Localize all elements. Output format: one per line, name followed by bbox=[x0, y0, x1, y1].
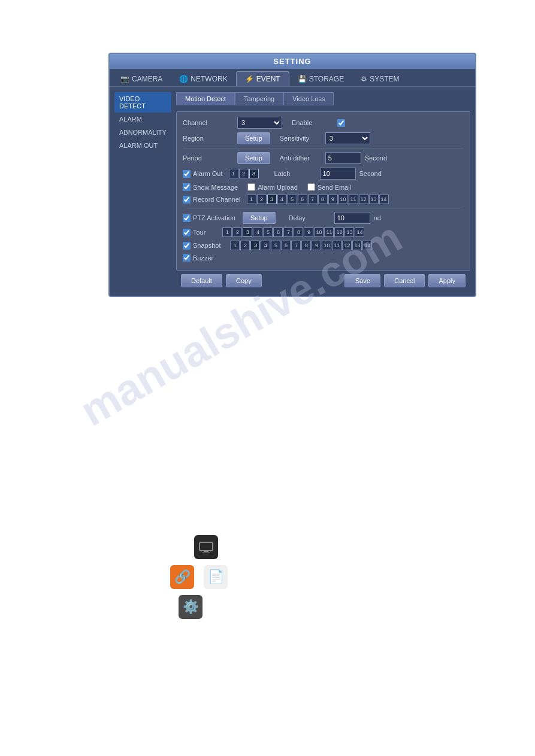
tab-system[interactable]: ⚙ SYSTEM bbox=[352, 71, 407, 86]
ptz-activation-checkbox[interactable] bbox=[183, 214, 191, 222]
rec-ch-4[interactable]: 4 bbox=[277, 195, 287, 204]
tour-ch-4[interactable]: 4 bbox=[253, 227, 262, 237]
tour-ch-5[interactable]: 5 bbox=[263, 227, 273, 237]
tour-checkbox[interactable] bbox=[183, 229, 191, 236]
alarm-ch-2[interactable]: 2 bbox=[239, 169, 249, 178]
rec-ch-5[interactable]: 5 bbox=[288, 195, 297, 204]
delay-unit: nd bbox=[374, 214, 381, 221]
message-row: Show Message Alarm Upload Send Email bbox=[183, 183, 464, 191]
send-email-checkbox[interactable] bbox=[307, 183, 315, 191]
snap-ch-5[interactable]: 5 bbox=[271, 241, 280, 250]
snap-ch-13[interactable]: 13 bbox=[352, 241, 362, 250]
rec-ch-1[interactable]: 1 bbox=[247, 195, 256, 204]
tour-ch-12[interactable]: 12 bbox=[334, 227, 344, 237]
alarm-ch-3[interactable]: 3 bbox=[249, 169, 259, 178]
rec-ch-10[interactable]: 10 bbox=[338, 195, 348, 204]
tour-ch-7[interactable]: 7 bbox=[283, 227, 293, 237]
rec-ch-2[interactable]: 2 bbox=[257, 195, 267, 204]
copy-button[interactable]: Copy bbox=[226, 274, 262, 287]
save-button[interactable]: Save bbox=[344, 274, 380, 287]
rec-ch-7[interactable]: 7 bbox=[308, 195, 318, 204]
snap-ch-8[interactable]: 8 bbox=[301, 241, 311, 250]
ptz-activation-label: PTZ Activation bbox=[183, 214, 235, 222]
rec-ch-3[interactable]: 3 bbox=[267, 195, 277, 204]
rec-ch-14[interactable]: 14 bbox=[379, 195, 389, 204]
tour-ch-10[interactable]: 10 bbox=[314, 227, 324, 237]
channel-select[interactable]: 3 bbox=[237, 117, 282, 129]
rec-ch-12[interactable]: 12 bbox=[359, 195, 368, 204]
main-panel: SETTING 📷 CAMERA 🌐 NETWORK ⚡ EVENT 💾 STO… bbox=[108, 53, 476, 297]
tab-event[interactable]: ⚡ EVENT bbox=[236, 71, 289, 86]
snap-ch-1[interactable]: 1 bbox=[230, 241, 240, 250]
subtab-tampering[interactable]: Tampering bbox=[235, 92, 283, 105]
subtab-video-loss[interactable]: Video Loss bbox=[283, 92, 334, 105]
tour-ch-13[interactable]: 13 bbox=[344, 227, 354, 237]
snap-ch-11[interactable]: 11 bbox=[332, 241, 341, 250]
rec-ch-13[interactable]: 13 bbox=[369, 195, 379, 204]
tour-ch-9[interactable]: 9 bbox=[304, 227, 313, 237]
document-icon: 📄 bbox=[208, 569, 224, 585]
latch-input[interactable] bbox=[320, 168, 356, 180]
form-section: Channel 3 Enable Region Setup Sensitivit… bbox=[176, 111, 470, 271]
enable-checkbox[interactable] bbox=[337, 119, 345, 127]
snap-ch-3[interactable]: 3 bbox=[250, 241, 260, 250]
rec-ch-6[interactable]: 6 bbox=[298, 195, 307, 204]
tour-ch-11[interactable]: 11 bbox=[324, 227, 334, 237]
ptz-setup-button[interactable]: Setup bbox=[243, 212, 276, 224]
rec-ch-9[interactable]: 9 bbox=[328, 195, 338, 204]
tab-network[interactable]: 🌐 NETWORK bbox=[171, 71, 235, 86]
tour-ch-8[interactable]: 8 bbox=[294, 227, 303, 237]
show-message-checkbox[interactable] bbox=[183, 183, 191, 191]
tour-ch-6[interactable]: 6 bbox=[273, 227, 283, 237]
buzzer-checkbox[interactable] bbox=[183, 254, 191, 262]
snap-ch-12[interactable]: 12 bbox=[342, 241, 352, 250]
tour-ch-1[interactable]: 1 bbox=[222, 227, 232, 237]
tab-storage[interactable]: 💾 STORAGE bbox=[289, 71, 352, 86]
snap-ch-9[interactable]: 9 bbox=[312, 241, 321, 250]
sidebar-item-alarm-out[interactable]: ALARM OUT bbox=[114, 139, 171, 152]
snap-ch-10[interactable]: 10 bbox=[322, 241, 331, 250]
alarm-upload-checkbox[interactable] bbox=[247, 183, 255, 191]
alarm-out-label: Alarm Out bbox=[193, 170, 223, 177]
latch-unit: Second bbox=[359, 170, 382, 177]
alarm-ch-1[interactable]: 1 bbox=[229, 169, 238, 178]
cancel-button[interactable]: Cancel bbox=[384, 274, 425, 287]
sidebar-item-video-detect[interactable]: VIDEO DETECT bbox=[114, 92, 171, 113]
anti-dither-unit: Second bbox=[365, 154, 387, 162]
snap-ch-2[interactable]: 2 bbox=[240, 241, 250, 250]
tour-row: Tour 1 2 3 4 5 6 7 8 9 10 11 12 bbox=[183, 227, 464, 237]
tour-ch-14[interactable]: 14 bbox=[355, 227, 364, 237]
sensitivity-select[interactable]: 3 bbox=[325, 132, 370, 144]
snap-ch-4[interactable]: 4 bbox=[261, 241, 270, 250]
tour-ch-2[interactable]: 2 bbox=[232, 227, 242, 237]
subtab-motion-detect[interactable]: Motion Detect bbox=[176, 92, 235, 105]
record-channel-checkbox[interactable] bbox=[183, 196, 191, 204]
region-setup-button[interactable]: Setup bbox=[237, 132, 270, 144]
snap-ch-7[interactable]: 7 bbox=[291, 241, 301, 250]
alarm-out-checkbox[interactable] bbox=[183, 170, 191, 178]
delay-input[interactable] bbox=[334, 212, 370, 224]
snapshot-checkbox[interactable] bbox=[183, 242, 191, 250]
rec-ch-8[interactable]: 8 bbox=[318, 195, 328, 204]
rec-ch-11[interactable]: 11 bbox=[349, 195, 358, 204]
sidebar-item-abnormality[interactable]: ABNORMALITY bbox=[114, 126, 171, 139]
alarm-upload-label: Alarm Upload bbox=[247, 183, 298, 191]
gear-icon-box: ⚙️ bbox=[179, 595, 202, 619]
alarm-out-checkbox-label: Alarm Out bbox=[183, 170, 223, 178]
bottom-right-buttons: Save Cancel Apply bbox=[344, 274, 466, 287]
snap-ch-6[interactable]: 6 bbox=[281, 241, 291, 250]
nav-tabs: 📷 CAMERA 🌐 NETWORK ⚡ EVENT 💾 STORAGE ⚙ S… bbox=[110, 69, 475, 87]
document-icon-box: 📄 bbox=[204, 565, 228, 589]
sidebar-item-alarm[interactable]: ALARM bbox=[114, 113, 171, 126]
apply-button[interactable]: Apply bbox=[428, 274, 466, 287]
tour-ch-3[interactable]: 3 bbox=[243, 227, 252, 237]
sidebar: VIDEO DETECT ALARM ABNORMALITY ALARM OUT bbox=[114, 92, 171, 291]
snapshot-channel-nums: 1 2 3 4 5 6 7 8 9 10 11 12 13 14 bbox=[230, 241, 372, 250]
anti-dither-input[interactable] bbox=[325, 152, 361, 164]
default-button[interactable]: Default bbox=[181, 274, 222, 287]
link-icon: 🔗 bbox=[174, 569, 191, 585]
tab-camera[interactable]: 📷 CAMERA bbox=[112, 71, 171, 86]
period-setup-button[interactable]: Setup bbox=[237, 152, 270, 164]
snap-ch-14[interactable]: 14 bbox=[362, 241, 372, 250]
sensitivity-label: Sensitivity bbox=[280, 135, 322, 142]
